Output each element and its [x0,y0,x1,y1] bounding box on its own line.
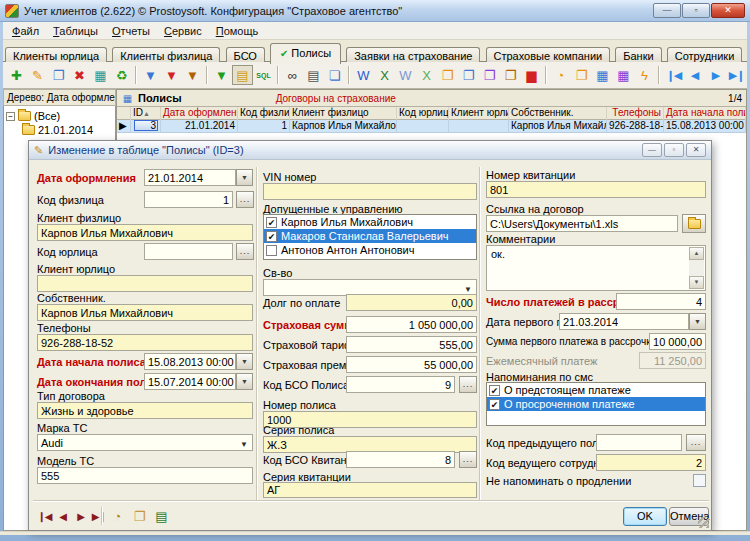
checkbox-icon[interactable]: ✔ [489,385,500,396]
policy-start-field[interactable]: 15.08.2013 00:00 [144,353,236,370]
record-next-icon[interactable]: ▶ [73,511,88,522]
filter-clear-icon[interactable]: ▼ [182,65,203,85]
export-xml-icon[interactable]: ❐ [479,65,500,85]
edit-table-icon[interactable]: ▦ [90,65,111,85]
paste-note-icon[interactable]: ❐ [129,506,150,526]
dialog-maximize-button[interactable]: ▫ [664,143,684,157]
policy-end-dropdown[interactable]: ▼ [236,373,253,390]
org-code-lookup-button[interactable]: ... [236,243,254,260]
menu-service[interactable]: Сервис [157,23,209,39]
driver-item[interactable]: Антонов Антон Антонович [264,243,476,257]
scroll-down-icon[interactable]: ▼ [689,276,704,289]
schedule-icon[interactable]: ▦ [592,65,613,85]
menu-reports[interactable]: Отчеты [105,23,157,39]
sum-insured-field[interactable]: 1 050 000,00 [346,316,477,333]
nav-first-icon[interactable]: ❙◀ [663,65,684,85]
nav-prev-icon[interactable]: ◀ [684,65,705,85]
export-word-template-icon[interactable]: W [395,65,416,85]
export-rtf-icon[interactable]: ❐ [437,65,458,85]
receipt-number-field[interactable]: 801 [486,181,706,198]
driver-item[interactable]: ✔Макаров Станислав Валерьевич [264,229,476,243]
first-payment-sum-field[interactable]: 10 000,00 [649,333,706,350]
date-issued-dropdown[interactable]: ▼ [236,169,253,186]
comments-textarea[interactable]: ок. ▲ ▼ [486,245,706,291]
filter-apply-icon[interactable]: ▼ [211,65,232,85]
no-renewal-checkbox[interactable] [693,474,706,487]
car-model-field[interactable]: 555 [37,467,253,484]
debt-field[interactable]: 0,00 [346,294,477,311]
contract-type-field[interactable]: Жизнь и здоровье [37,402,253,419]
menu-file[interactable]: Файл [5,23,46,39]
dialog-close-button[interactable]: ✕ [686,143,706,157]
add-record-icon[interactable]: ✚ [6,65,27,85]
refresh-icon[interactable]: ♻ [111,65,132,85]
open-file-button[interactable] [682,214,706,233]
header-id[interactable]: ID▲ [131,107,161,120]
export-excel-icon[interactable]: X [374,65,395,85]
vin-field[interactable] [263,183,477,200]
nav-next-icon[interactable]: ▶ [705,65,726,85]
header-org-code[interactable]: Код юрлица [397,107,449,120]
owner-field[interactable]: Карпов Илья Михайлович [37,304,253,321]
menu-tables[interactable]: Таблицы [46,23,105,39]
org-code-field[interactable] [144,243,233,260]
world-clock-icon[interactable]: ◔ [107,506,128,526]
header-phones[interactable]: Телефоны [607,107,664,120]
receipt-series-field[interactable]: АГ [263,482,477,498]
prev-policy-lookup-button[interactable]: ... [686,434,706,451]
edit-record-icon[interactable]: ✎ [27,65,48,85]
first-payment-date-field[interactable]: 21.03.2014 [559,313,689,330]
preview-icon[interactable]: ❏ [324,65,345,85]
tree-view-icon[interactable]: ▤ [232,65,253,85]
sql-icon[interactable]: SQL [253,65,274,85]
export-excel-template-icon[interactable]: X [416,65,437,85]
copy-record-icon[interactable]: ❐ [48,65,69,85]
resize-grip[interactable] [698,517,709,528]
bso-receipt-lookup-button[interactable]: ... [459,451,477,468]
record-first-icon[interactable]: ❙◀ [37,511,52,522]
tree-item-date[interactable]: 21.01.2014 [22,123,113,137]
expander-icon[interactable]: − [6,112,15,121]
driver-item[interactable]: ✔Карпов Илья Михайлович [264,215,476,229]
export-ods-icon[interactable]: ❐ [500,65,521,85]
car-make-combo[interactable]: Audi▼ [37,434,253,451]
dialog-title-bar[interactable]: ✎ Изменение в таблице "Полисы" (ID=3) — … [29,141,711,160]
search-icon[interactable]: ∞ [282,65,303,85]
filter-icon[interactable]: ▼ [140,65,161,85]
report-doc-icon[interactable]: ▤ [151,506,172,526]
calendar-icon[interactable]: ▦ [613,65,634,85]
tab-policies[interactable]: ✔Полисы [270,43,341,64]
header-policy-start[interactable]: Дата начала полиса [664,107,746,120]
manager-code-field[interactable]: 2 [596,454,706,471]
delete-record-icon[interactable]: ✖ [69,65,90,85]
scroll-up-icon[interactable]: ▲ [689,247,704,260]
prev-policy-code-field[interactable] [596,434,682,451]
totals-icon[interactable]: ◔ [550,65,571,85]
comments-scrollbar[interactable]: ▲ ▼ [689,247,704,289]
person-code-field[interactable]: 1 [144,191,233,208]
sms-item[interactable]: ✔О просроченном платеже [487,397,705,411]
dialog-minimize-button[interactable]: — [642,143,662,157]
contract-link-field[interactable]: C:\Users\Документы\1.xls [486,215,678,232]
nav-last-icon[interactable]: ▶❙ [726,65,747,85]
ok-button[interactable]: OK [623,507,667,526]
record-last-icon[interactable]: ▶❙ [91,511,106,522]
tree-item-all[interactable]: − (Все) [6,109,113,123]
checkbox-icon[interactable]: ✔ [266,217,277,228]
installments-field[interactable]: 4 [616,293,706,310]
header-owner[interactable]: Собственник. [509,107,607,120]
checkbox-icon[interactable]: ✔ [489,399,500,410]
minimize-button[interactable]: — [653,3,681,18]
lightning-icon[interactable]: ϟ [634,65,655,85]
phones-field[interactable]: 926-288-18-52 [37,334,253,351]
menu-help[interactable]: Помощь [209,23,266,39]
header-person-code[interactable]: Код физлица [238,107,290,120]
policy-start-dropdown[interactable]: ▼ [236,353,253,370]
policy-end-field[interactable]: 15.07.2014 00:00 [144,373,236,390]
record-prev-icon[interactable]: ◀ [55,511,70,522]
person-field[interactable]: Карпов Илья Михайлович [37,224,253,241]
header-date[interactable]: Дата оформления [161,107,238,120]
sms-item[interactable]: ✔О предстоящем платеже [487,383,705,397]
maximize-button[interactable]: ▫ [682,3,710,18]
checkbox-icon[interactable]: ✔ [266,231,277,242]
